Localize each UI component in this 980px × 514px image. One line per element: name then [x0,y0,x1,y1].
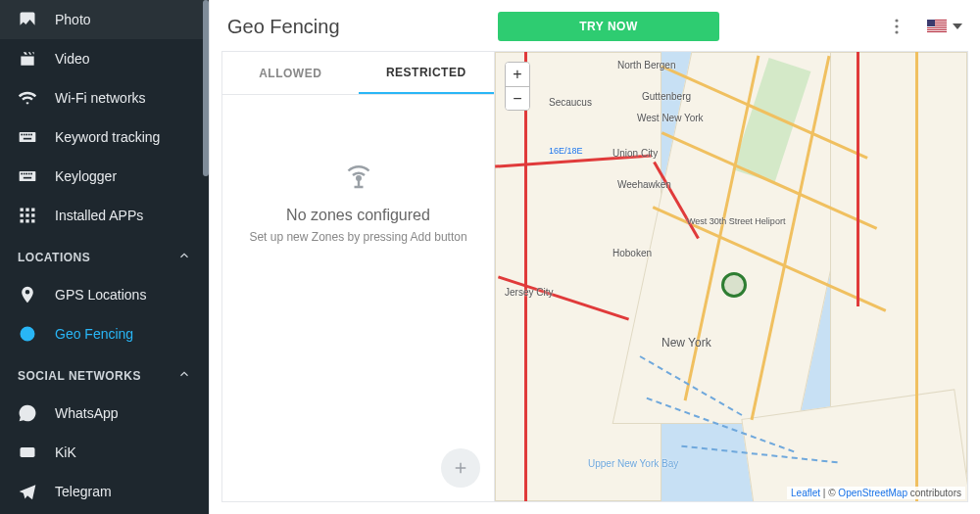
sidebar-item-label: WhatsApp [55,405,119,421]
tab-restricted[interactable]: RESTRICTED [359,52,495,94]
plus-icon [452,459,469,477]
geofence-marker[interactable] [721,272,747,298]
topbar: Geo Fencing TRY NOW [210,0,980,51]
svg-rect-1 [21,134,23,136]
zoom-out-button[interactable]: − [506,86,529,110]
chevron-up-icon [177,249,191,265]
section-label: LOCATIONS [18,251,90,264]
wifi-icon [18,88,37,108]
sidebar-scrollbar[interactable] [203,0,209,176]
sidebar-section-locations[interactable]: LOCATIONS [0,235,209,275]
sidebar-item-geofencing[interactable]: Geo Fencing [0,314,209,353]
page-title: Geo Fencing [227,16,482,38]
tab-allowed[interactable]: ALLOWED [222,52,359,94]
sidebar-section-social[interactable]: SOCIAL NETWORKS [0,353,209,394]
empty-state: No zones configured Set up new Zones by … [222,95,494,501]
osm-link[interactable]: OpenStreetMap [838,488,907,498]
section-label: SOCIAL NETWORKS [18,369,141,383]
sidebar-item-kik[interactable]: KiK [0,433,209,472]
sidebar-item-label: Wi-Fi networks [55,90,146,106]
svg-rect-14 [21,209,24,211]
sidebar-item-video[interactable]: Video [0,39,209,78]
svg-rect-2 [24,134,25,136]
svg-rect-9 [24,173,25,175]
keyboard-icon [18,127,37,147]
sidebar-item-label: Telegram [55,484,112,499]
svg-rect-10 [25,173,27,175]
try-now-button[interactable]: TRY NOW [498,12,719,41]
chevron-down-icon [953,23,962,29]
sidebar-item-label: Keyword tracking [55,129,160,145]
svg-rect-12 [30,173,32,175]
svg-point-24 [25,332,30,337]
keyboard-icon [18,166,37,186]
svg-rect-25 [21,447,35,457]
target-icon [18,324,37,344]
svg-rect-3 [25,134,27,136]
sidebar-item-gps[interactable]: GPS Locations [0,275,209,314]
sidebar-item-label: Video [55,51,90,67]
svg-rect-21 [25,219,28,222]
svg-rect-11 [28,173,30,175]
sidebar-item-apps[interactable]: Installed APPs [0,196,209,235]
sidebar-item-keylogger[interactable]: Keylogger [0,157,209,196]
movie-icon [18,49,37,69]
empty-state-subtitle: Set up new Zones by pressing Add button [249,230,466,244]
svg-point-27 [895,24,898,27]
map-attribution: Leaflet | © OpenStreetMap contributors [787,487,965,499]
sidebar-item-whatsapp[interactable]: WhatsApp [0,394,209,433]
zoom-in-button[interactable]: + [506,63,529,86]
map[interactable]: North Bergen Secaucus Guttenberg West Ne… [495,52,967,501]
content: ALLOWED RESTRICTED No zones configured S… [221,51,968,502]
svg-rect-0 [20,132,36,142]
main: Geo Fencing TRY NOW ALLOWED RESTRICTED N… [209,0,980,514]
kik-icon [18,443,37,462]
svg-rect-15 [25,209,28,211]
sidebar-item-telegram[interactable]: Telegram [0,472,209,511]
sidebar-item-label: GPS Locations [55,287,146,303]
zoom-control: + − [505,62,530,111]
empty-state-title: No zones configured [286,207,430,224]
sidebar-item-wifi[interactable]: Wi-Fi networks [0,78,209,117]
antenna-icon [341,158,376,197]
svg-rect-19 [31,213,34,216]
language-selector[interactable] [927,20,962,33]
telegram-icon [18,482,37,501]
sidebar-item-keyword[interactable]: Keyword tracking [0,117,209,157]
leaflet-link[interactable]: Leaflet [791,488,820,498]
sidebar-item-photo[interactable]: Photo [0,0,209,39]
zones-panel: ALLOWED RESTRICTED No zones configured S… [222,52,495,501]
svg-rect-8 [21,173,23,175]
pin-icon [18,285,37,304]
grid-icon [18,206,37,225]
svg-rect-4 [28,134,30,136]
svg-rect-13 [24,177,31,179]
svg-rect-7 [20,171,36,181]
sidebar-item-label: Keylogger [55,168,117,184]
more-menu-button[interactable] [888,18,906,35]
image-icon [18,10,37,29]
svg-rect-22 [31,219,34,222]
svg-point-26 [895,19,898,22]
chevron-up-icon [177,367,191,384]
svg-point-28 [895,30,898,33]
svg-rect-16 [31,209,34,211]
svg-rect-20 [21,219,24,222]
svg-point-29 [357,176,361,180]
whatsapp-icon [18,403,37,423]
sidebar-item-label: Photo [55,12,91,27]
sidebar-item-label: KiK [55,444,76,460]
svg-rect-18 [25,213,28,216]
zone-tabs: ALLOWED RESTRICTED [222,52,494,95]
svg-rect-5 [30,134,32,136]
sidebar-item-label: Installed APPs [55,208,143,223]
add-zone-button[interactable] [441,448,480,488]
sidebar: Photo Video Wi-Fi networks Keyword track… [0,0,209,514]
svg-rect-17 [21,213,24,216]
svg-rect-6 [24,138,31,140]
sidebar-item-label: Geo Fencing [55,326,133,342]
flag-us-icon [927,20,947,33]
